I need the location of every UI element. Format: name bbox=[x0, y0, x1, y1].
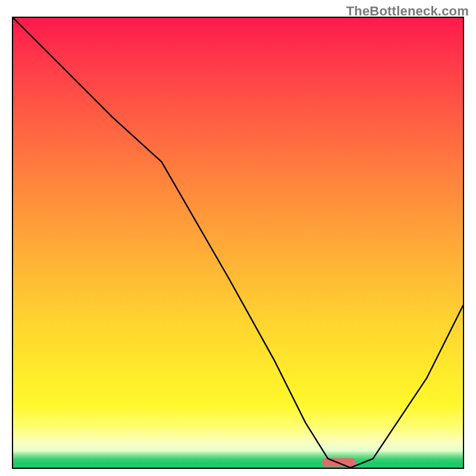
bottleneck-curve bbox=[13, 18, 463, 468]
chart-container: TheBottleneck.com bbox=[0, 0, 476, 476]
plot-area bbox=[12, 17, 464, 469]
